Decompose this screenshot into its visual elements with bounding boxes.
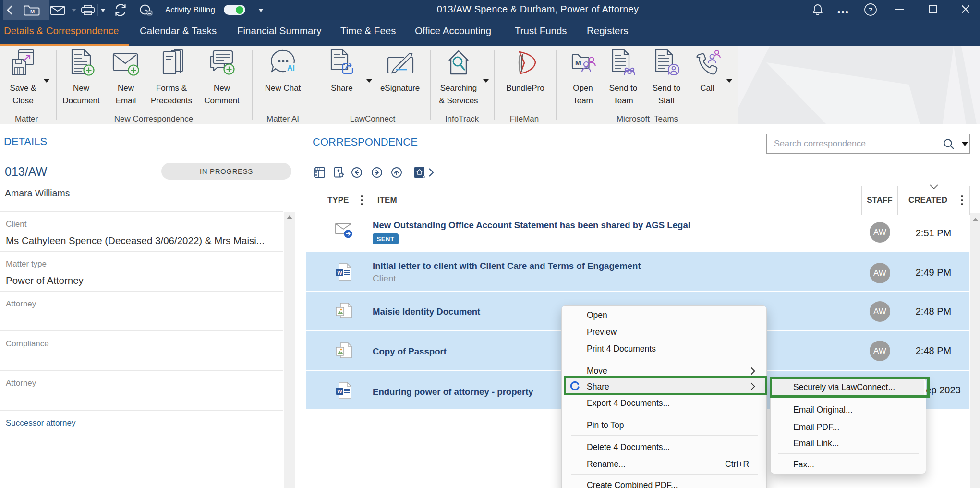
- svg-text:M: M: [575, 59, 581, 67]
- svg-text:?: ?: [868, 6, 872, 14]
- svg-text:W: W: [337, 270, 342, 276]
- svg-text:W: W: [337, 389, 342, 394]
- svg-text:M: M: [30, 9, 35, 14]
- svg-text:AI: AI: [287, 64, 295, 72]
